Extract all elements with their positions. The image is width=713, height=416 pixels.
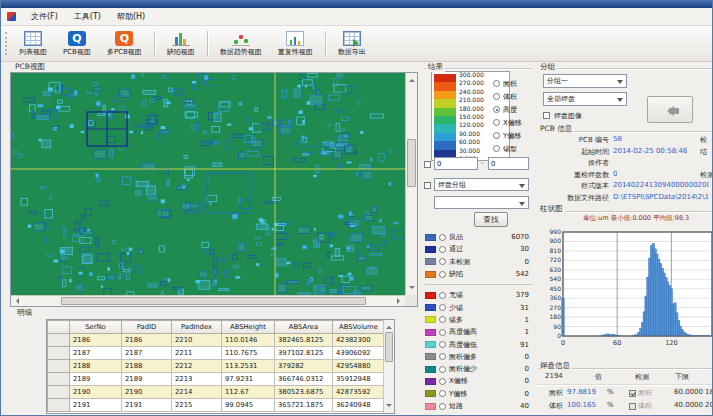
- radio-icon: [493, 80, 500, 87]
- table-cell: 2212: [172, 360, 222, 373]
- column-header-ABSHeight: ABSHeight: [222, 321, 275, 334]
- toolbar-drag-handle[interactable]: [5, 32, 9, 55]
- pcb-horizontal-scrollbar[interactable]: [11, 295, 405, 306]
- toolbar-button-repeat-view[interactable]: 重复性视图: [270, 28, 321, 59]
- back-arrow-button[interactable]: [647, 96, 693, 123]
- table-row[interactable]: 218621862210110.0146382465.812542382300: [48, 334, 385, 347]
- table-row[interactable]: 219021902214112.67380523.687542873592: [48, 386, 385, 399]
- radio-icon[interactable]: [439, 258, 446, 265]
- range-from-input[interactable]: [434, 157, 478, 170]
- pad-image-checkbox[interactable]: [543, 112, 550, 119]
- menu-item[interactable]: 工具(T): [67, 9, 108, 24]
- title-bar[interactable]: [1, 0, 713, 8]
- metric-label: 体积: [503, 92, 517, 102]
- table-row[interactable]: 218721872211110.7675397102.812543906092: [48, 347, 385, 360]
- pad-lower-limit: 60.0000: [667, 388, 703, 396]
- stat-row-面积偏少[interactable]: 面积偏少0: [423, 363, 532, 375]
- stat-row-无锡[interactable]: 无锡379: [423, 289, 532, 301]
- pad-group-checkbox[interactable]: [424, 182, 431, 189]
- stat-row-短路[interactable]: 短路40: [423, 400, 532, 412]
- toolbar-button-pcb-view[interactable]: PCB视图: [55, 28, 99, 59]
- pad-upper-limit-clipped: 180.: [705, 388, 713, 396]
- stat-label: 高度偏低: [449, 340, 477, 350]
- pad-detect-checkbox[interactable]: 体积: [629, 401, 652, 411]
- sub-group-dropdown[interactable]: [434, 196, 529, 209]
- pad-select-dropdown[interactable]: 全部焊盘: [543, 92, 627, 106]
- stat-row-Y偏移[interactable]: Y偏移0: [423, 388, 532, 400]
- radio-icon[interactable]: [439, 234, 446, 241]
- radio-icon[interactable]: [439, 316, 446, 323]
- pad-group-dropdown[interactable]: 焊盘分组: [434, 178, 529, 191]
- toolbar-button-multi-pcb-view[interactable]: 多PCB视图: [99, 28, 150, 59]
- radio-icon[interactable]: [439, 246, 446, 253]
- radio-icon[interactable]: [439, 403, 446, 410]
- stat-color-swatch: [425, 403, 436, 410]
- stat-row-高度偏低[interactable]: 高度偏低91: [423, 338, 532, 350]
- scale-band: [434, 99, 456, 107]
- metric-radio-option[interactable]: Y偏移: [493, 129, 522, 142]
- menu-item[interactable]: 文件(F): [24, 9, 65, 24]
- range-filter-checkbox[interactable]: [424, 161, 431, 168]
- menu-item[interactable]: 帮助(H): [110, 9, 152, 24]
- stat-row-高度偏高[interactable]: 高度偏高1: [423, 326, 532, 338]
- svg-text:60: 60: [613, 339, 621, 347]
- stat-row-锡多[interactable]: 锡多1: [423, 314, 532, 326]
- toolbar-button-defect-view[interactable]: 缺陷视图: [159, 28, 203, 59]
- radio-icon[interactable]: [439, 378, 446, 385]
- radio-icon[interactable]: [439, 271, 446, 278]
- scale-tick-label: 30.000: [459, 147, 480, 154]
- stat-row-良品[interactable]: 良品6070: [423, 231, 532, 243]
- pad-id: 2194: [545, 372, 563, 380]
- radio-icon[interactable]: [439, 390, 446, 397]
- table-cell: 43906092: [333, 347, 385, 360]
- details-header-row: SerNoPadIDPadIndexABSHeightABSAreaABSVol…: [48, 321, 385, 334]
- column-header-ABSVolume: ABSVolume: [333, 321, 385, 334]
- app-icon: [7, 12, 16, 21]
- pcb-view-icon: [68, 31, 86, 46]
- row-header-cell: [48, 321, 70, 334]
- details-vertical-scrollbar[interactable]: [383, 320, 394, 413]
- radio-icon[interactable]: [439, 304, 446, 311]
- toolbar-button-export[interactable]: 数据导出: [330, 28, 374, 59]
- stat-row-面积偏多[interactable]: 面积偏多0: [423, 351, 532, 363]
- radio-icon[interactable]: [439, 292, 446, 299]
- pcb-info-value: 2014022413094000000200: [613, 181, 709, 189]
- toolbar-button-trend-view[interactable]: 数据趋势视图: [212, 28, 270, 59]
- metric-radio-option[interactable]: 锡型: [493, 142, 522, 155]
- scale-tick-label: 300.000: [459, 71, 484, 78]
- table-row[interactable]: 21892189221397.9231366746.031235912948: [48, 373, 385, 386]
- scale-band: [434, 74, 456, 82]
- stat-row-通过[interactable]: 通过30: [423, 243, 532, 255]
- toolbar-separator: [325, 31, 326, 56]
- radio-icon[interactable]: [439, 353, 446, 360]
- stat-row-少锡[interactable]: 少锡31: [423, 301, 532, 313]
- application-window: 文件(F)工具(T)帮助(H) 列表视图PCB视图多PCB视图缺陷视图数据趋势视…: [0, 0, 713, 416]
- range-to-input[interactable]: [488, 157, 529, 170]
- table-cell: 110.0146: [222, 334, 275, 347]
- radio-icon[interactable]: [439, 341, 446, 348]
- radio-icon[interactable]: [439, 329, 446, 336]
- metric-radio-selected[interactable]: 高度: [493, 103, 522, 116]
- stat-color-swatch: [425, 341, 436, 348]
- stat-row-X偏移[interactable]: X偏移0: [423, 375, 532, 387]
- metric-radio-option[interactable]: 体积: [493, 90, 522, 103]
- table-row[interactable]: 218821882212113.253137928242954880: [48, 360, 385, 373]
- pcb-canvas[interactable]: [11, 73, 405, 295]
- toolbar-button-list-view[interactable]: 列表视图: [11, 28, 55, 59]
- pcb-vertical-scrollbar[interactable]: [405, 73, 417, 295]
- pcb-info-right-clipped: 检测: [700, 170, 713, 180]
- metric-radio-option[interactable]: 面积: [493, 77, 522, 90]
- stat-row-未检测[interactable]: 未检测0: [423, 256, 532, 268]
- table-cell: 113.2531: [222, 360, 275, 373]
- group-select-dropdown[interactable]: 分组一: [543, 74, 627, 88]
- pad-detect-checkbox[interactable]: 面积: [629, 388, 652, 398]
- table-row[interactable]: 21912191221599.0945365721.187536240948: [48, 399, 385, 412]
- toolbar-separator: [154, 31, 155, 56]
- stat-row-缺陷[interactable]: 缺陷542: [423, 268, 532, 280]
- radio-icon[interactable]: [439, 366, 446, 373]
- find-button[interactable]: 查找: [474, 212, 508, 227]
- pad-info-row-体积: 体积100.165%体积40.0000200.: [537, 401, 713, 413]
- table-cell: 2187: [122, 347, 172, 360]
- metric-radio-option[interactable]: X偏移: [493, 116, 522, 129]
- svg-text:180: 180: [550, 313, 562, 320]
